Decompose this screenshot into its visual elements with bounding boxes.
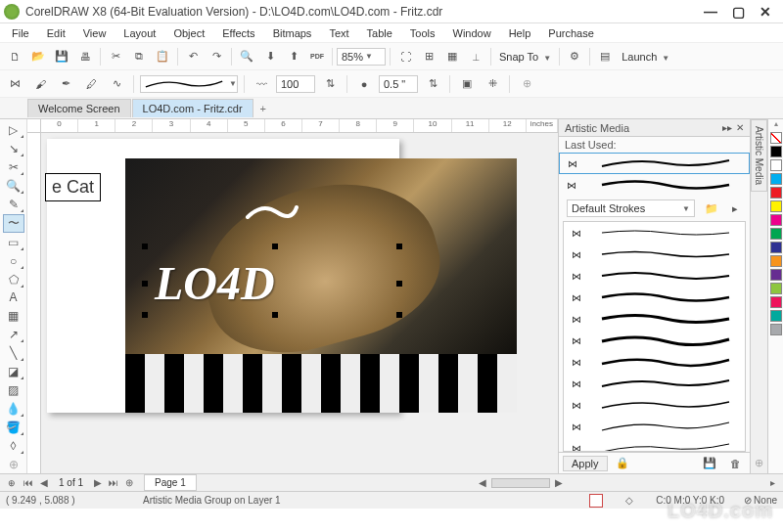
save-button[interactable]: 💾 <box>51 46 72 67</box>
vertical-ruler[interactable] <box>27 133 41 473</box>
zoom-tool[interactable]: 🔍 <box>3 177 24 195</box>
maximize-button[interactable]: ▢ <box>724 3 752 21</box>
search-button[interactable]: 🔍 <box>236 46 257 67</box>
smoothing-input[interactable]: 100 <box>276 75 315 93</box>
scale-stroke-button[interactable]: ⁜ <box>482 73 503 95</box>
prev-page-button[interactable]: ◀ <box>37 477 51 488</box>
spinner-icon[interactable]: ⇅ <box>422 73 443 95</box>
stroke-preset-dropdown[interactable]: ▼ <box>140 75 238 93</box>
rectangle-tool[interactable]: ▭ <box>3 234 24 251</box>
shape-tool[interactable]: ↘ <box>3 140 24 157</box>
connector-tool[interactable]: ╲ <box>3 344 24 362</box>
grid-button[interactable]: ▦ <box>441 46 463 67</box>
bounding-box-button[interactable]: ▣ <box>456 73 478 95</box>
color-swatch[interactable] <box>770 269 782 281</box>
zoom-input[interactable]: 85%▼ <box>337 48 386 66</box>
artistic-stroke[interactable] <box>243 198 301 227</box>
rulers-button[interactable]: ⊞ <box>418 46 439 67</box>
browse-button[interactable]: 📁 <box>701 198 722 219</box>
menu-object[interactable]: Object <box>165 25 212 41</box>
menu-tools[interactable]: Tools <box>402 25 443 41</box>
stroke-preset[interactable]: ⋈ <box>564 394 745 416</box>
first-page-button[interactable]: ⏮ <box>22 477 35 488</box>
redo-button[interactable]: ↷ <box>206 46 227 67</box>
crop-tool[interactable]: ✂ <box>3 158 24 176</box>
outline-tool[interactable]: ◊ <box>3 437 24 455</box>
launch-icon[interactable]: ▤ <box>594 46 616 67</box>
text-object[interactable]: e Cat <box>45 173 101 201</box>
next-page-button[interactable]: ▶ <box>91 477 105 488</box>
stroke-preset[interactable]: ⋈ <box>564 437 745 452</box>
color-swatch[interactable] <box>770 324 782 335</box>
menu-view[interactable]: View <box>75 25 115 41</box>
page-tab[interactable]: Page 1 <box>144 474 197 491</box>
menu-window[interactable]: Window <box>445 25 499 41</box>
pdf-button[interactable]: PDF <box>306 46 328 67</box>
close-button[interactable]: ✕ <box>752 3 779 21</box>
transparency-tool[interactable]: ▨ <box>3 381 24 399</box>
guidelines-button[interactable]: ⟂ <box>465 46 486 67</box>
sprayer-mode-button[interactable]: ✒ <box>55 73 76 95</box>
panel-collapse-icon[interactable]: ▸▸ <box>722 122 732 133</box>
color-swatch[interactable] <box>770 159 782 171</box>
last-used-stroke-2[interactable]: ⋈ <box>559 174 750 196</box>
no-color-swatch[interactable] <box>770 132 782 144</box>
fullscreen-button[interactable]: ⛶ <box>394 46 416 67</box>
stroke-preset[interactable]: ⋈ <box>564 373 745 394</box>
color-swatch[interactable] <box>770 242 782 253</box>
horizontal-scrollbar[interactable] <box>491 478 550 488</box>
stroke-preset[interactable]: ⋈ <box>564 222 745 244</box>
table-tool[interactable]: ▦ <box>3 307 24 325</box>
palette-up-icon[interactable]: ▴ <box>774 119 778 131</box>
color-swatch[interactable] <box>770 214 782 226</box>
cut-button[interactable]: ✂ <box>105 46 126 67</box>
stroke-preset[interactable]: ⋈ <box>564 287 745 308</box>
menu-layout[interactable]: Layout <box>115 25 163 41</box>
stroke-preset[interactable]: ⋈ <box>564 265 745 287</box>
menu-bitmaps[interactable]: Bitmaps <box>265 25 320 41</box>
new-button[interactable]: 🗋 <box>4 46 25 67</box>
tab-welcome[interactable]: Welcome Screen <box>27 99 131 117</box>
print-button[interactable]: 🖶 <box>74 46 96 67</box>
menu-edit[interactable]: Edit <box>39 25 73 41</box>
color-swatch[interactable] <box>770 200 782 212</box>
add-page-button[interactable]: ⊕ <box>4 476 20 490</box>
calligraphic-mode-button[interactable]: 🖊 <box>80 73 102 95</box>
copy-button[interactable]: ⧉ <box>128 46 150 67</box>
color-swatch[interactable] <box>770 296 782 308</box>
text-tool[interactable]: A <box>3 289 24 307</box>
last-page-button[interactable]: ⏭ <box>107 477 120 488</box>
import-button[interactable]: ⬇ <box>259 46 281 67</box>
nib-size-input[interactable]: 0.5 " <box>379 75 418 93</box>
horizontal-ruler[interactable]: 0123456789101112inches <box>41 119 558 133</box>
scroll-left-icon[interactable]: ◀ <box>476 477 489 488</box>
stroke-preset[interactable]: ⋈ <box>564 330 745 351</box>
spinner-icon[interactable]: ⇅ <box>319 73 341 95</box>
snap-to-dropdown[interactable]: Snap To ▼ <box>495 51 555 63</box>
color-swatch[interactable] <box>770 187 782 199</box>
brush-mode-button[interactable]: 🖌 <box>29 73 51 95</box>
new-tab-button[interactable]: + <box>254 101 272 116</box>
more-icon[interactable]: ▸ <box>724 198 746 219</box>
stroke-category-dropdown[interactable]: Default Strokes▼ <box>567 200 695 217</box>
save-preset-button[interactable]: 💾 <box>699 453 720 474</box>
selection-handles[interactable] <box>145 246 399 315</box>
stroke-preset[interactable]: ⋈ <box>564 351 745 373</box>
more-tools-button[interactable]: ⊕ <box>3 456 24 473</box>
eyedropper-tool[interactable]: 💧 <box>3 400 24 418</box>
artistic-media-tab[interactable]: Artistic Media <box>751 119 767 192</box>
menu-help[interactable]: Help <box>501 25 539 41</box>
menu-text[interactable]: Text <box>321 25 356 41</box>
options-button[interactable]: ⚙ <box>564 46 585 67</box>
freehand-tool[interactable]: ✎ <box>3 196 24 213</box>
menu-table[interactable]: Table <box>359 25 400 41</box>
color-swatch[interactable] <box>770 173 782 185</box>
tab-document[interactable]: LO4D.com - Fritz.cdr <box>132 99 253 117</box>
minimize-button[interactable]: — <box>697 3 724 21</box>
last-used-stroke-1[interactable]: ⋈ <box>559 153 750 174</box>
panel-expand-icon[interactable]: ▸ <box>765 477 779 488</box>
color-swatch[interactable] <box>770 146 782 157</box>
polygon-tool[interactable]: ⬠ <box>3 271 24 288</box>
preset-mode-button[interactable]: ⋈ <box>4 73 25 95</box>
color-swatch[interactable] <box>770 310 782 322</box>
